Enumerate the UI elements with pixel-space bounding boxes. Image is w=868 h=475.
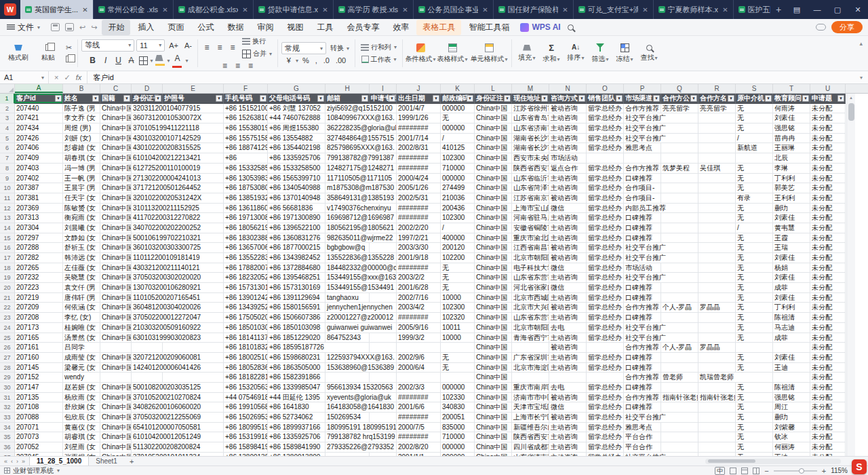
cell[interactable]: 刘晨曦 (女 <box>63 223 100 233</box>
column-header-A[interactable]: A <box>15 84 63 93</box>
cell[interactable]: 彭睿婧 (女 <box>63 143 100 153</box>
sort-button[interactable]: A↓ 排序▾ <box>564 38 587 69</box>
cell[interactable]: 未分配 <box>810 303 846 313</box>
cell[interactable]: 留学总经办 <box>587 113 624 124</box>
cell[interactable]: 广东省深圳市 <box>512 353 549 363</box>
cell[interactable]: 吴晓慧 (女 <box>63 273 100 283</box>
cell[interactable]: 北京市朝阳区 <box>512 323 549 333</box>
header-cell[interactable]: 原中介机▼ <box>736 94 773 104</box>
cell[interactable]: 2002/5/31 <box>397 193 441 204</box>
cell[interactable]: 社交平台推广 <box>624 113 698 124</box>
convert-button[interactable]: 转换▾ <box>328 43 351 54</box>
cell[interactable]: +86 19713008 <box>224 213 268 223</box>
column-header-K[interactable]: K <box>441 84 475 93</box>
confirm-entry-icon[interactable]: ✓ <box>64 73 70 82</box>
cell[interactable]: 340702200202200252 <box>132 223 224 233</box>
wps-ai-button[interactable]: WPS AI <box>520 22 560 32</box>
cell[interactable]: 825798695XXX@163. <box>326 143 397 153</box>
cell[interactable]: tanghaoxu <box>326 293 370 303</box>
cell[interactable]: 无 <box>736 333 773 343</box>
cell[interactable]: 2002/7/16 <box>397 293 441 303</box>
cell[interactable] <box>661 283 698 293</box>
cell[interactable]: ######## <box>397 124 441 134</box>
cell[interactable] <box>661 263 698 273</box>
cell[interactable]: 微信 <box>549 402 587 413</box>
cell[interactable]: 未分配 <box>810 353 846 363</box>
cell[interactable]: 指南针张老师 <box>661 393 698 403</box>
cell[interactable]: +86 18052836 <box>224 363 268 373</box>
cell[interactable]: 留学总经办 <box>587 333 624 343</box>
cell[interactable]: China中国 <box>475 413 512 423</box>
row-header[interactable]: 27 <box>0 353 15 363</box>
cell[interactable]: 平台合作 <box>624 442 661 453</box>
cell[interactable]: 142401200006041426 <box>132 363 224 373</box>
sum-button[interactable]: Σ 求和▾ <box>540 38 563 69</box>
cell[interactable]: China中国 <box>100 402 132 413</box>
cell[interactable]: +86 1582391866 <box>268 373 326 383</box>
row-header[interactable]: 28 <box>0 363 15 373</box>
cell[interactable]: 340830 <box>441 402 475 413</box>
cell[interactable]: 500108200203035125 <box>132 383 224 393</box>
document-tab[interactable]: 常州公积金 .xlsx✕ <box>94 0 174 19</box>
cell[interactable]: 主动咨询 <box>549 223 587 233</box>
cell[interactable]: ######## <box>397 153 441 164</box>
cell[interactable]: 主动咨询 <box>549 143 587 153</box>
cell[interactable]: China中国 <box>100 204 132 214</box>
cell[interactable]: China中国 <box>100 383 132 393</box>
currency-format-button[interactable]: ¥ <box>285 56 293 64</box>
column-header-Q[interactable]: Q <box>661 84 698 93</box>
cell[interactable] <box>661 213 698 223</box>
cell[interactable]: 000000 <box>441 383 475 393</box>
cell[interactable]: 陈祖清 <box>773 313 810 323</box>
cell[interactable]: 207402 <box>15 174 63 184</box>
cell[interactable] <box>698 113 736 124</box>
cell[interactable]: +86 18101832 <box>224 343 268 353</box>
cell[interactable]: 社交平台推广 <box>624 134 698 144</box>
cell[interactable]: 207108 <box>15 402 63 413</box>
cell[interactable]: 未分配 <box>810 134 846 144</box>
cell[interactable]: 何丽涛 <box>773 442 810 453</box>
save-icon[interactable] <box>51 23 60 31</box>
header-cell[interactable]: 合作方公▼ <box>661 94 698 104</box>
cell[interactable]: 刘紫馨 <box>773 423 810 433</box>
row-header[interactable]: 34 <box>0 423 15 433</box>
cell[interactable] <box>370 343 397 353</box>
cell[interactable]: 未分配 <box>810 263 846 273</box>
cell[interactable] <box>698 143 736 153</box>
menu-tab-工具[interactable]: 工具 <box>311 20 339 35</box>
font-color-button[interactable]: A <box>172 54 183 68</box>
cell[interactable]: 口碑推荐 <box>624 402 661 413</box>
cell[interactable]: China中国 <box>100 213 132 223</box>
scrollbar-thumb[interactable] <box>848 103 854 121</box>
cell[interactable]: jennychen1jennychen <box>326 303 397 313</box>
minimize-button[interactable]: — <box>807 0 827 19</box>
cell[interactable]: 王瑞 <box>773 243 810 253</box>
workspace-label[interactable]: 业财管理系统 <box>13 466 54 475</box>
cell[interactable]: / <box>441 223 475 233</box>
cell[interactable]: +86 1589841990 <box>268 442 326 453</box>
cell[interactable]: 留学总经办 <box>587 253 624 263</box>
cell[interactable]: 黄嘉仪 (女 <box>63 423 100 433</box>
ime-indicator[interactable]: 中 <box>715 467 725 475</box>
close-icon[interactable]: ✕ <box>162 6 167 14</box>
header-cell[interactable]: 父母电话号码▼ <box>268 94 326 104</box>
cell[interactable]: 山东省青岛市 <box>512 113 549 124</box>
close-icon[interactable]: ✕ <box>242 6 248 14</box>
cell[interactable]: 合作方推荐 <box>624 343 661 353</box>
cell[interactable]: China中国 <box>475 153 512 164</box>
column-header-E[interactable]: E <box>163 84 224 93</box>
cell[interactable]: ziyi5692@q15152100 <box>326 104 397 114</box>
cell[interactable]: China中国 <box>475 283 512 293</box>
column-header-U[interactable]: U <box>810 84 846 93</box>
cell[interactable]: China中国 <box>100 143 132 153</box>
cell[interactable]: ######## <box>397 413 441 423</box>
menu-tab-公式[interactable]: 公式 <box>191 20 220 35</box>
cell[interactable]: 500106199702210321 <box>132 233 224 244</box>
cell[interactable] <box>698 423 736 433</box>
cell[interactable]: 1999/3/2 <box>397 333 441 343</box>
cell[interactable]: China中国 <box>475 402 512 413</box>
row-header[interactable]: 4 <box>0 124 15 134</box>
cell[interactable]: 无 <box>441 363 475 373</box>
cell[interactable]: 合作方推荐 <box>624 303 661 313</box>
cell[interactable]: 274499 <box>441 183 475 193</box>
